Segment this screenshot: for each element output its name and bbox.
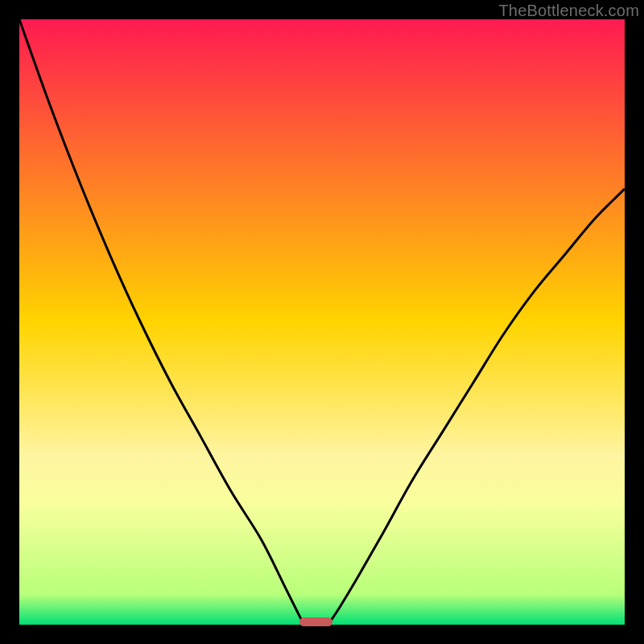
optimal-marker: [299, 617, 332, 626]
chart-frame: [19, 19, 625, 625]
attribution-label: TheBottleneck.com: [498, 2, 639, 20]
chart-svg: [19, 19, 625, 625]
gradient-background: [19, 19, 625, 625]
